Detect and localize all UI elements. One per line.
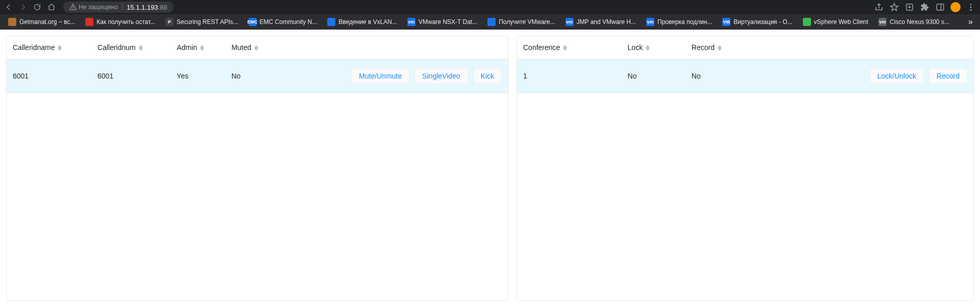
favicon: EMC: [249, 18, 257, 26]
participants-panel: Calleridname Calleridnum Admin Muted 600…: [6, 36, 508, 301]
bookmark-item[interactable]: vmVMware NSX-T Dat...: [404, 16, 480, 28]
lock-button[interactable]: Lock/Unlock: [870, 68, 924, 84]
bookmark-label: EMC Community N...: [260, 18, 317, 26]
favicon: [8, 18, 16, 26]
bookmark-label: vSphere Web Client: [814, 18, 869, 26]
favicon: vm: [646, 18, 654, 26]
bookmark-item[interactable]: PSecuring REST APIs...: [162, 16, 241, 28]
cell-lock: No: [622, 59, 685, 93]
svg-point-4: [970, 7, 972, 8]
not-secure-warning: Не защищено: [69, 4, 118, 11]
conferences-panel: Conference Lock Record 1 No No Lock/Unlo…: [517, 36, 974, 301]
share-icon[interactable]: [874, 2, 884, 12]
cell-conference: 1: [517, 59, 622, 93]
bookmark-label: VMware NSX-T Dat...: [419, 18, 477, 26]
favicon: [487, 18, 496, 26]
favicon: VM: [722, 18, 730, 26]
bookmarks-overflow-icon[interactable]: »: [966, 15, 975, 29]
forward-icon[interactable]: [18, 3, 28, 12]
sort-icon: [139, 45, 143, 51]
extensions-icon[interactable]: [920, 2, 930, 12]
bookmark-item[interactable]: Введение в VxLAN...: [324, 16, 400, 28]
page-content: Calleridname Calleridnum Admin Muted 600…: [0, 30, 980, 306]
favicon: [85, 18, 93, 26]
svg-point-3: [970, 4, 972, 5]
col-calleridnum[interactable]: Calleridnum: [91, 36, 170, 59]
col-conference[interactable]: Conference: [517, 36, 622, 59]
bookmark-label: Проверка подлин...: [657, 18, 712, 26]
bookmark-label: Введение в VxLAN...: [338, 18, 397, 26]
bookmark-label: Получите VMware...: [499, 18, 555, 26]
svg-point-5: [970, 9, 972, 11]
browser-toolbar: Не защищено 15.1.1.193:88: [0, 0, 980, 14]
col-admin[interactable]: Admin: [170, 36, 225, 59]
col-muted[interactable]: Muted: [225, 36, 279, 59]
bookmark-label: Getmanat.org ~ вс...: [19, 18, 75, 26]
bookmark-item[interactable]: Getmanat.org ~ вс...: [5, 16, 78, 28]
sort-icon: [718, 45, 722, 51]
url-text: 15.1.1.193:88: [127, 4, 167, 11]
bookmark-item[interactable]: Получите VMware...: [484, 16, 558, 28]
singlevideo-button[interactable]: SingleVideo: [414, 68, 468, 84]
sort-icon: [563, 45, 567, 51]
bookmark-label: Securing REST APIs...: [177, 18, 238, 26]
sort-icon: [58, 45, 62, 51]
cell-calleridnum: 6001: [91, 59, 170, 93]
sort-icon: [646, 45, 650, 51]
bookmark-label: Cisco Nexus 9300 s...: [890, 18, 949, 26]
sidepanel-icon[interactable]: [935, 2, 945, 12]
table-row[interactable]: 1 No No Lock/Unlock Record: [517, 59, 973, 93]
cell-actions: Lock/Unlock Record: [764, 59, 973, 93]
kick-button[interactable]: Kick: [473, 68, 502, 84]
col-lock[interactable]: Lock: [622, 36, 685, 59]
favicon: [327, 18, 335, 26]
cell-muted: No: [225, 59, 279, 93]
participants-table: Calleridname Calleridnum Admin Muted 600…: [7, 36, 508, 93]
bookmarks-bar: Getmanat.org ~ вс...Как получить остат..…: [0, 14, 980, 30]
menu-icon[interactable]: [966, 2, 976, 12]
col-calleridname[interactable]: Calleridname: [7, 36, 91, 59]
bookmark-item[interactable]: VMВиртуализация - О...: [719, 16, 795, 28]
bookmark-label: JMP and VMware H...: [577, 18, 636, 26]
install-icon[interactable]: [904, 2, 915, 12]
favicon: vm: [407, 18, 415, 26]
home-icon[interactable]: [47, 3, 56, 12]
address-bar[interactable]: Не защищено 15.1.1.193:88: [63, 2, 174, 13]
security-label: Не защищено: [79, 4, 118, 11]
cell-calleridname: 6001: [7, 59, 91, 93]
star-icon[interactable]: [889, 2, 899, 12]
mute-button[interactable]: Mute/Unmute: [351, 68, 409, 84]
divider: [122, 4, 122, 11]
col-record[interactable]: Record: [685, 36, 764, 59]
reload-icon[interactable]: [33, 3, 42, 12]
record-button[interactable]: Record: [929, 68, 967, 84]
favicon: vm: [566, 18, 574, 26]
sort-icon: [254, 45, 258, 51]
bookmark-item[interactable]: Как получить остат...: [82, 16, 158, 28]
bookmark-item[interactable]: vmCisco Nexus 9300 s...: [875, 16, 952, 28]
cell-admin: Yes: [170, 59, 225, 93]
svg-rect-1: [937, 4, 944, 10]
profile-avatar[interactable]: [950, 2, 961, 12]
back-icon[interactable]: [4, 3, 13, 12]
favicon: [803, 18, 811, 26]
favicon: P: [165, 18, 174, 26]
favicon: vm: [878, 18, 887, 26]
bookmark-item[interactable]: vmJMP and VMware H...: [562, 16, 639, 28]
conferences-table: Conference Lock Record 1 No No Lock/Unlo…: [517, 36, 973, 93]
table-row[interactable]: 6001 6001 Yes No Mute/Unmute SingleVideo…: [7, 59, 508, 93]
bookmark-label: Как получить остат...: [96, 18, 155, 26]
sort-icon: [200, 45, 204, 51]
bookmark-item[interactable]: EMCEMC Community N...: [246, 16, 321, 28]
cell-actions: Mute/Unmute SingleVideo Kick: [279, 59, 508, 93]
bookmark-label: Виртуализация - О...: [733, 18, 792, 26]
bookmark-item[interactable]: vmПроверка подлин...: [643, 16, 715, 28]
cell-record: No: [685, 59, 764, 93]
bookmark-item[interactable]: vSphere Web Client: [800, 16, 872, 28]
